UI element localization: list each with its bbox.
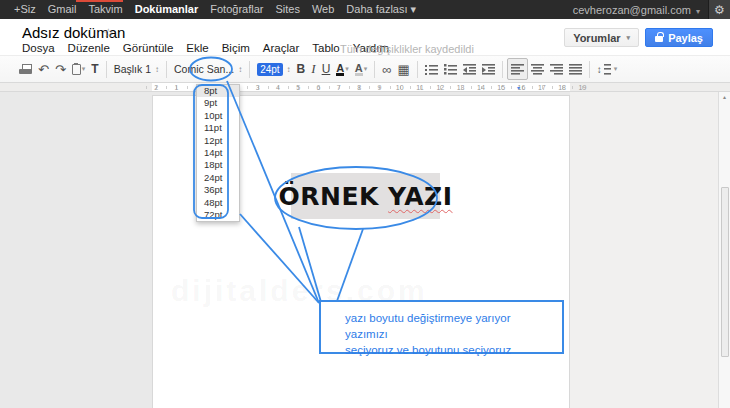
align-left-button[interactable] — [507, 58, 528, 80]
highlight-icon: A — [355, 63, 363, 76]
highlight-color-button[interactable]: A▾ — [352, 58, 370, 80]
ruler-number: 19 — [572, 83, 592, 92]
paint-format-button[interactable]: T — [88, 58, 101, 80]
editor-canvas: dijitalders.com ÖRNEK YAZI ▴ — [0, 92, 730, 408]
font-size-option[interactable]: 14pt — [197, 147, 239, 159]
ruler-number: 9 — [369, 83, 389, 92]
redo-button[interactable]: ↷ — [52, 58, 69, 80]
ruler-number: 15 — [491, 83, 511, 92]
toolbar-separator — [589, 61, 590, 78]
topbar-account-area: cevherozan@gmail.com ▾ ⚙ — [573, 0, 730, 19]
ruler-number: 8 — [349, 83, 369, 92]
web-clipboard-button[interactable]: ▾ — [69, 58, 89, 80]
topbar-nav-item[interactable]: Daha fazlası ▾ — [340, 0, 422, 19]
menu-item[interactable]: Dosya — [22, 42, 55, 54]
topbar-nav-item[interactable]: +Siz — [8, 0, 42, 19]
text-color-button[interactable]: A▾ — [333, 58, 351, 80]
topbar-nav-item[interactable]: Sites — [269, 0, 305, 19]
styles-select[interactable]: Başlık 1↕ — [111, 58, 162, 80]
indent-icon — [482, 64, 495, 75]
align-right-icon — [550, 64, 563, 75]
line-spacing-button[interactable]: ↕▾ — [594, 58, 621, 80]
bullet-list-button[interactable] — [441, 58, 460, 80]
font-size-option[interactable]: 12pt — [197, 135, 239, 147]
topbar-nav-item[interactable]: Dokümanlar — [129, 0, 205, 19]
active-product-indicator — [76, 0, 123, 2]
selected-text-highlight[interactable]: ÖRNEK YAZI — [291, 173, 440, 219]
menu-item[interactable]: Ekle — [186, 42, 208, 54]
italic-button[interactable]: I — [308, 58, 318, 80]
redo-icon: ↷ — [55, 62, 66, 77]
font-size-option[interactable]: 9pt — [197, 97, 239, 109]
chevron-down-icon: ▾ — [696, 7, 700, 16]
ruler-number: 12 — [430, 83, 450, 92]
font-size-option[interactable]: 48pt — [197, 197, 239, 209]
font-size-option[interactable]: 11pt — [197, 122, 239, 134]
menu-item[interactable]: Düzenle — [68, 42, 110, 54]
menu-item[interactable]: Tablo — [312, 42, 340, 54]
canvas-left-margin — [0, 92, 152, 408]
ruler-number: 3 — [247, 83, 267, 92]
sample-heading-text: ÖRNEK YAZI — [278, 182, 452, 211]
justify-button[interactable] — [566, 58, 585, 80]
insert-image-button[interactable]: ▦ — [395, 58, 413, 80]
outdent-button[interactable] — [460, 58, 479, 80]
ruler-number: 1 — [166, 83, 186, 92]
font-size-option[interactable]: 72pt — [197, 209, 239, 221]
ruler: 2112345678910111213141516171819 ▾ — [0, 83, 730, 92]
topbar-nav-item[interactable]: Takvim — [82, 0, 128, 19]
menu-item[interactable]: Araçlar — [263, 42, 299, 54]
font-size-option[interactable]: 8pt — [197, 85, 239, 97]
google-docs-window: +SizGmailTakvimDokümanlarFotoğraflarSite… — [0, 0, 730, 408]
share-button[interactable]: Paylaş — [645, 28, 713, 47]
menu-item[interactable]: Görüntüle — [123, 42, 174, 54]
updown-icon: ↕ — [155, 65, 159, 74]
chevron-down-icon: ▾ — [614, 65, 618, 73]
font-size-option[interactable]: 36pt — [197, 184, 239, 196]
gear-button[interactable]: ⚙ — [708, 0, 730, 19]
account-email-menu[interactable]: cevherozan@gmail.com ▾ — [573, 4, 708, 16]
ruler-number: 4 — [268, 83, 288, 92]
font-size-option[interactable]: 18pt — [197, 159, 239, 171]
numbered-list-button[interactable] — [422, 58, 441, 80]
undo-button[interactable]: ↶ — [35, 58, 52, 80]
paint-format-icon: T — [91, 62, 98, 76]
indent-button[interactable] — [479, 58, 498, 80]
numbered-list-icon — [425, 64, 438, 75]
font-family-select[interactable]: Comic San...↕ — [171, 58, 245, 80]
topbar-nav-item[interactable]: Web — [306, 0, 340, 19]
font-size-option[interactable]: 24pt — [197, 172, 239, 184]
font-size-option[interactable]: 10pt — [197, 110, 239, 122]
toolbar-separator — [249, 61, 250, 78]
align-center-button[interactable] — [528, 58, 547, 80]
vertical-scrollbar[interactable]: ▴ — [718, 92, 730, 408]
chevron-down-icon: ▾ — [364, 65, 368, 73]
chevron-down-icon: ▾ — [627, 34, 631, 42]
topbar-nav-item[interactable]: Fotoğraflar — [204, 0, 269, 19]
align-right-button[interactable] — [547, 58, 566, 80]
annotation-callout-box: yazı boyutu değiştirmeye yarıyor yazımız… — [319, 300, 564, 354]
print-button[interactable] — [16, 58, 35, 80]
image-icon: ▦ — [398, 62, 410, 77]
menu-item[interactable]: Biçim — [222, 42, 250, 54]
right-margin-marker[interactable]: ▾ — [517, 84, 520, 91]
insert-link-button[interactable]: ∞ — [379, 58, 394, 80]
canvas-right-margin — [570, 92, 718, 408]
save-status: Tüm değişiklikler kaydedildi — [340, 43, 474, 55]
updown-icon: ↕ — [287, 65, 291, 74]
comments-button[interactable]: Yorumlar ▾ — [564, 28, 639, 47]
bold-icon: B — [297, 62, 306, 76]
menu-bar: DosyaDüzenleGörüntüleEkleBiçimAraçlarTab… — [22, 42, 389, 54]
star-icon[interactable]: ☆ — [103, 26, 114, 40]
toolbar-separator — [502, 61, 503, 78]
link-icon: ∞ — [382, 62, 391, 77]
font-size-select[interactable]: 24pt↕ — [254, 58, 293, 80]
bold-button[interactable]: B — [294, 58, 309, 80]
updown-icon: ↕ — [238, 65, 242, 74]
scroll-up-arrow-icon[interactable]: ▴ — [719, 93, 730, 100]
underline-button[interactable]: U — [319, 58, 334, 80]
ruler-number: 13 — [450, 83, 470, 92]
topbar-nav-item[interactable]: Gmail — [42, 0, 83, 19]
gear-icon: ⚙ — [714, 3, 725, 17]
scrollbar-thumb[interactable] — [721, 187, 729, 357]
